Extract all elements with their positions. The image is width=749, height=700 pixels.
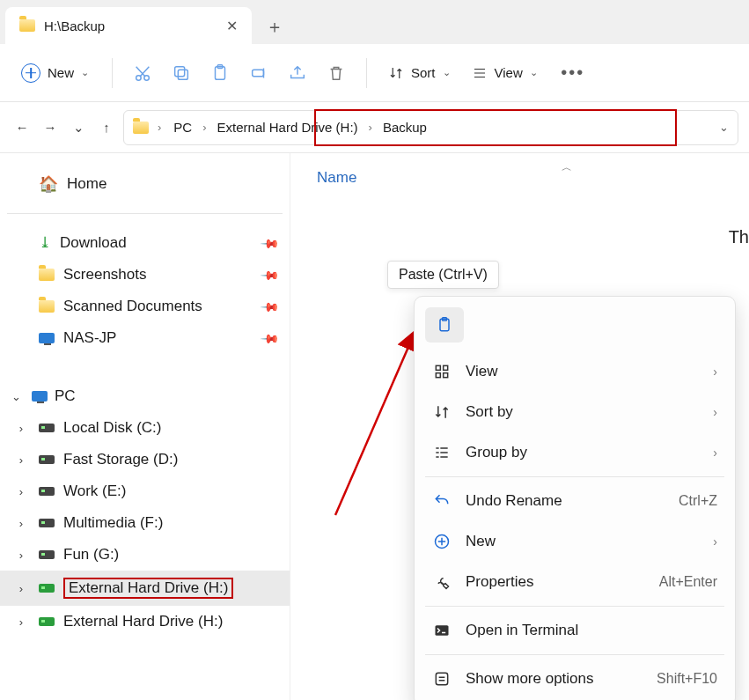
chevron-right-icon[interactable]: › bbox=[12, 582, 30, 595]
context-item-view[interactable]: View › bbox=[422, 351, 728, 392]
share-button[interactable] bbox=[280, 55, 315, 91]
sidebar-item-label: Fun (G:) bbox=[63, 546, 119, 564]
separator bbox=[7, 213, 283, 214]
drive-icon bbox=[39, 617, 55, 626]
chevron-right-icon[interactable]: › bbox=[158, 121, 161, 134]
context-item-groupby[interactable]: Group by › bbox=[422, 432, 728, 473]
folder-icon bbox=[39, 269, 55, 281]
chevron-right-icon[interactable]: › bbox=[12, 615, 30, 629]
chevron-right-icon[interactable]: › bbox=[369, 121, 372, 134]
undo-icon bbox=[432, 491, 452, 511]
cut-button[interactable] bbox=[125, 55, 160, 91]
group-icon bbox=[432, 443, 452, 462]
chevron-right-icon[interactable]: › bbox=[12, 549, 30, 562]
new-button-label: New bbox=[48, 65, 74, 80]
chevron-right-icon[interactable]: › bbox=[12, 517, 30, 530]
sidebar-drive-d[interactable]: › Fast Storage (D:) bbox=[0, 444, 290, 475]
breadcrumb-seg-folder[interactable]: Backup bbox=[383, 120, 427, 135]
column-header-name[interactable]: Name bbox=[317, 169, 749, 187]
sort-button[interactable]: Sort ⌄ bbox=[379, 60, 459, 86]
context-item-sortby[interactable]: Sort by › bbox=[422, 392, 728, 432]
sidebar-item-nas-jp[interactable]: NAS-JP 📌 bbox=[0, 322, 290, 354]
copy-button[interactable] bbox=[164, 55, 199, 91]
chevron-right-icon[interactable]: › bbox=[12, 453, 30, 467]
breadcrumb-bar[interactable]: › PC › External Hard Drive (H:) › Backup… bbox=[123, 110, 738, 145]
new-tab-button[interactable]: ＋ bbox=[257, 9, 292, 44]
more-button[interactable]: ••• bbox=[555, 55, 591, 91]
chevron-right-icon[interactable]: › bbox=[12, 422, 30, 435]
sidebar-item-download[interactable]: ⤓ Download 📌 bbox=[0, 226, 290, 259]
sidebar-item-scanned-documents[interactable]: Scanned Documents 📌 bbox=[0, 291, 290, 322]
context-item-label: Properties bbox=[466, 573, 533, 591]
breadcrumb-seg-drive[interactable]: External Hard Drive (H:) bbox=[217, 120, 358, 135]
sidebar-drive-c[interactable]: › Local Disk (C:) bbox=[0, 412, 290, 444]
separator bbox=[425, 606, 724, 607]
tab-active[interactable]: H:\Backup ✕ bbox=[5, 7, 252, 44]
chevron-right-icon: › bbox=[713, 446, 717, 460]
context-item-terminal[interactable]: Open in Terminal bbox=[422, 610, 728, 651]
chevron-right-icon[interactable]: › bbox=[202, 121, 206, 134]
sidebar-drive-f[interactable]: › Multimedia (F:) bbox=[0, 507, 290, 539]
address-dropdown-button[interactable]: ⌄ bbox=[719, 121, 729, 134]
context-item-more-options[interactable]: Show more options Shift+F10 bbox=[422, 659, 728, 699]
paste-button[interactable] bbox=[202, 55, 238, 91]
sidebar-item-label: Multimedia (F:) bbox=[63, 514, 163, 532]
chevron-right-icon[interactable]: › bbox=[12, 485, 30, 498]
chevron-down-icon: ⌄ bbox=[81, 67, 89, 78]
download-icon: ⤓ bbox=[39, 233, 51, 252]
pin-icon[interactable]: 📌 bbox=[260, 232, 280, 253]
nav-recent-button[interactable]: ⌄ bbox=[67, 116, 90, 139]
plus-circle-icon bbox=[432, 532, 452, 551]
delete-button[interactable] bbox=[319, 55, 354, 91]
separator bbox=[425, 654, 724, 655]
pin-icon[interactable]: 📌 bbox=[260, 264, 280, 284]
view-button[interactable]: View ⌄ bbox=[463, 60, 547, 86]
sort-label: Sort bbox=[411, 65, 436, 80]
view-label: View bbox=[495, 65, 523, 80]
context-menu: View › Sort by › Group by › Undo Rename … bbox=[414, 296, 736, 700]
svg-rect-3 bbox=[175, 66, 185, 76]
context-item-undo[interactable]: Undo Rename Ctrl+Z bbox=[422, 481, 728, 521]
new-button[interactable]: New ⌄ bbox=[11, 58, 99, 88]
context-item-properties[interactable]: Properties Alt+Enter bbox=[422, 562, 728, 602]
context-paste-button[interactable] bbox=[425, 307, 464, 343]
sidebar-item-home[interactable]: 🏠 Home bbox=[0, 167, 290, 201]
separator bbox=[112, 58, 113, 88]
rename-button[interactable] bbox=[241, 55, 276, 91]
sidebar-drive-h-selected[interactable]: › External Hard Drive (H:) bbox=[0, 571, 290, 606]
sidebar-drive-e[interactable]: › Work (E:) bbox=[0, 475, 290, 507]
grid-icon bbox=[432, 362, 452, 381]
chevron-down-icon[interactable]: ⌄ bbox=[7, 390, 25, 403]
drive-icon bbox=[39, 455, 55, 464]
empty-folder-text: Th bbox=[729, 227, 749, 247]
nav-up-button[interactable]: ↑ bbox=[95, 116, 118, 139]
pin-icon[interactable]: 📌 bbox=[260, 328, 280, 348]
context-item-label: Undo Rename bbox=[466, 492, 562, 510]
nav-back-button[interactable]: ← bbox=[11, 116, 33, 139]
sidebar-item-screenshots[interactable]: Screenshots 📌 bbox=[0, 259, 290, 291]
context-item-label: Sort by bbox=[466, 403, 513, 421]
svg-rect-10 bbox=[436, 365, 440, 370]
nav-forward-button[interactable]: → bbox=[39, 116, 62, 139]
home-icon: 🏠 bbox=[39, 174, 58, 194]
breadcrumb-seg-pc[interactable]: PC bbox=[173, 120, 192, 135]
context-item-label: Open in Terminal bbox=[466, 622, 578, 639]
terminal-icon bbox=[432, 621, 452, 640]
sidebar-item-label: Fast Storage (D:) bbox=[63, 451, 178, 468]
sidebar-group-pc[interactable]: ⌄ PC bbox=[0, 380, 290, 412]
sidebar-item-label: Home bbox=[67, 175, 106, 193]
folder-icon bbox=[19, 19, 35, 32]
context-item-accelerator: Ctrl+Z bbox=[679, 493, 717, 509]
sidebar-drive-g[interactable]: › Fun (G:) bbox=[0, 539, 290, 571]
breadcrumb: PC › External Hard Drive (H:) › Backup bbox=[173, 120, 427, 135]
context-item-new[interactable]: New › bbox=[422, 521, 728, 562]
svg-rect-16 bbox=[436, 673, 447, 684]
pin-icon[interactable]: 📌 bbox=[260, 296, 280, 316]
close-icon[interactable]: ✕ bbox=[226, 18, 238, 34]
context-item-label: Group by bbox=[466, 444, 527, 461]
annotation-highlight-box: External Hard Drive (H:) bbox=[63, 578, 233, 599]
folder-icon bbox=[133, 122, 149, 134]
sidebar-drive-h[interactable]: › External Hard Drive (H:) bbox=[0, 606, 290, 637]
drive-icon bbox=[39, 550, 55, 559]
drive-icon bbox=[39, 519, 55, 527]
